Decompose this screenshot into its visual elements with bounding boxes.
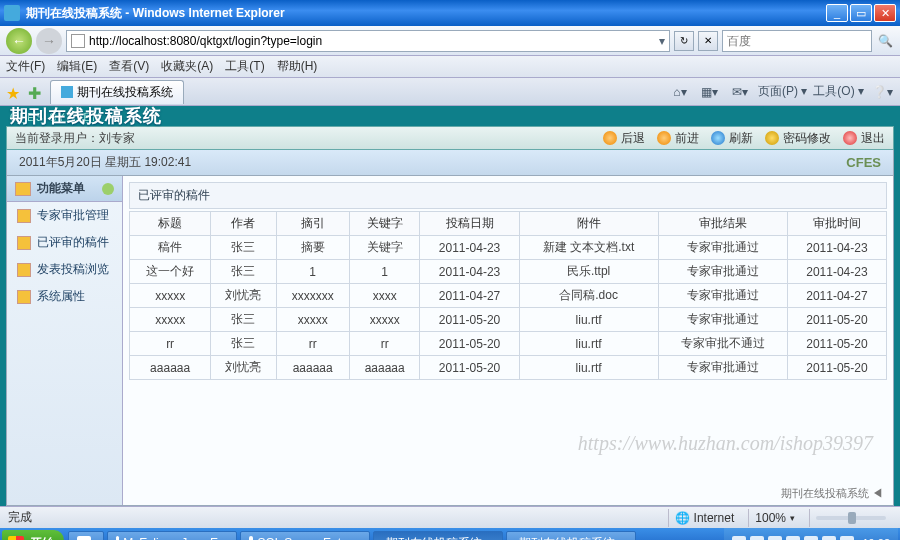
menu-favorites[interactable]: 收藏夹(A) [161,58,213,75]
table-row[interactable]: aaaaaa刘忧亮aaaaaaaaaaaa2011-05-20liu.rtf专家… [130,356,887,380]
url-input[interactable] [89,34,655,48]
sidebar-item[interactable]: 发表投稿浏览 [7,256,122,283]
app-body: 功能菜单 专家审批管理已评审的稿件发表投稿浏览系统属性 已评审的稿件 标题作者摘… [6,176,894,506]
tray-icon[interactable] [804,536,818,540]
column-header[interactable]: 附件 [519,212,658,236]
menu-help[interactable]: 帮助(H) [277,58,318,75]
close-button[interactable]: ✕ [874,4,896,22]
task-icon [77,536,91,540]
tray-icon[interactable] [732,536,746,540]
back-icon [603,131,617,145]
table-cell: 专家审批不通过 [658,332,787,356]
tools-menu[interactable]: 工具(O) ▾ [813,81,864,103]
folder-icon [17,290,31,304]
home-icon[interactable]: ⌂▾ [668,81,692,103]
tray-icon[interactable] [750,536,764,540]
collapse-icon[interactable] [102,183,114,195]
cfes-label: CFES [846,155,881,170]
windows-flag-icon [8,536,24,540]
app-password-button[interactable]: 密码修改 [765,130,831,147]
taskbar-task[interactable]: 期刊在线投稿系统 ... [506,531,636,540]
table-cell: liu.rtf [519,332,658,356]
taskbar-task[interactable] [68,531,104,540]
column-header[interactable]: 作者 [211,212,276,236]
task-icon [116,536,119,540]
search-input[interactable] [727,34,867,48]
search-bar[interactable] [722,30,872,52]
table-cell: 专家审批通过 [658,308,787,332]
menu-edit[interactable]: 编辑(E) [57,58,97,75]
start-button[interactable]: 开始 [2,530,64,540]
column-header[interactable]: 关键字 [349,212,420,236]
sidebar-item[interactable]: 系统属性 [7,283,122,310]
table-cell: 张三 [211,236,276,260]
table-cell: 2011-04-23 [420,236,519,260]
favorites-star-icon[interactable]: ★ [6,84,22,100]
taskbar-task[interactable]: 期刊在线投稿系统 ... [373,531,503,540]
table-cell: 2011-04-23 [787,260,886,284]
column-header[interactable]: 投稿日期 [420,212,519,236]
sidebar-item-label: 系统属性 [37,288,85,305]
task-label: 期刊在线投稿系统 ... [386,535,495,541]
table-row[interactable]: 这一个好张三112011-04-23民乐.ttpl专家审批通过2011-04-2… [130,260,887,284]
sidebar-item[interactable]: 已评审的稿件 [7,229,122,256]
table-row[interactable]: rr张三rrrr2011-05-20liu.rtf专家审批不通过2011-05-… [130,332,887,356]
taskbar-task[interactable]: SQL Server Enter... [240,531,370,540]
tray-icon[interactable] [822,536,836,540]
app-header: 当前登录用户：刘专家 后退 前进 刷新 密码修改 退出 [6,126,894,150]
breadcrumb: 期刊在线投稿系统 ◀ [781,486,883,501]
table-cell: 专家审批通过 [658,260,787,284]
taskbar-task[interactable]: MyEclipse Java E... [107,531,237,540]
search-icon[interactable]: 🔍 [876,34,894,48]
page-menu[interactable]: 页面(P) ▾ [758,81,807,103]
app-forward-button[interactable]: 前进 [657,130,699,147]
app-back-button[interactable]: 后退 [603,130,645,147]
table-row[interactable]: 稿件张三摘要关键字2011-04-23新建 文本文档.txt专家审批通过2011… [130,236,887,260]
table-cell: 张三 [211,260,276,284]
task-label: SQL Server Enter... [257,536,361,540]
table-row[interactable]: xxxxx张三xxxxxxxxxx2011-05-20liu.rtf专家审批通过… [130,308,887,332]
table-row[interactable]: xxxxx刘忧亮xxxxxxxxxxx2011-04-27合同稿.doc专家审批… [130,284,887,308]
menu-view[interactable]: 查看(V) [109,58,149,75]
table-cell: 这一个好 [130,260,211,284]
datetime-label: 2011年5月20日 星期五 19:02:41 [19,154,191,171]
app-exit-button[interactable]: 退出 [843,130,885,147]
menu-file[interactable]: 文件(F) [6,58,45,75]
menu-tools[interactable]: 工具(T) [225,58,264,75]
column-header[interactable]: 审批时间 [787,212,886,236]
folder-icon [17,209,31,223]
app-refresh-button[interactable]: 刷新 [711,130,753,147]
sidebar-item-label: 专家审批管理 [37,207,109,224]
url-dropdown-icon[interactable]: ▾ [659,34,665,48]
table-cell: 专家审批通过 [658,356,787,380]
table-cell: 张三 [211,332,276,356]
column-header[interactable]: 摘引 [276,212,349,236]
browser-navbar: ← → ▾ ↻ ✕ 🔍 [0,26,900,56]
zoom-slider[interactable] [809,509,892,527]
tray-icon[interactable] [768,536,782,540]
help-icon[interactable]: ❔▾ [870,81,894,103]
maximize-button[interactable]: ▭ [850,4,872,22]
refresh-icon [711,131,725,145]
feed-icon[interactable]: ▦▾ [698,81,722,103]
nav-forward-button[interactable]: → [36,28,62,54]
column-header[interactable]: 标题 [130,212,211,236]
table-cell: 1 [276,260,349,284]
browser-tab[interactable]: 期刊在线投稿系统 [50,80,184,104]
sidebar-item[interactable]: 专家审批管理 [7,202,122,229]
table-cell: 2011-05-20 [787,308,886,332]
nav-back-button[interactable]: ← [6,28,32,54]
sidebar-item-label: 发表投稿浏览 [37,261,109,278]
tray-icon[interactable] [840,536,854,540]
window-title: 期刊在线投稿系统 - Windows Internet Explorer [26,5,826,22]
mail-icon[interactable]: ✉▾ [728,81,752,103]
add-favorite-icon[interactable]: ✚ [28,84,44,100]
refresh-button[interactable]: ↻ [674,31,694,51]
zoom-control[interactable]: 100% ▾ [748,509,801,527]
stop-button[interactable]: ✕ [698,31,718,51]
zone-label: Internet [694,511,735,525]
address-bar[interactable]: ▾ [66,30,670,52]
minimize-button[interactable]: _ [826,4,848,22]
column-header[interactable]: 审批结果 [658,212,787,236]
tray-icon[interactable] [786,536,800,540]
